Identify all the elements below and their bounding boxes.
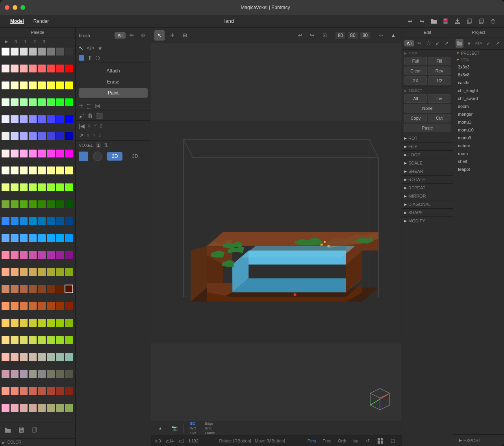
color-cell-13[interactable] (47, 65, 55, 72)
color-cell-74[interactable] (20, 200, 28, 208)
color-cell-90[interactable] (20, 234, 28, 242)
model-menu[interactable]: Model (6, 17, 28, 26)
color-cell-16[interactable] (2, 81, 9, 89)
voxel-arrows[interactable]: ⇅ (104, 142, 108, 148)
color-cell-106[interactable] (20, 268, 28, 276)
project-item-menger[interactable]: menger (453, 110, 504, 118)
project-item-monu1[interactable]: monu1 (453, 118, 504, 126)
edit-tab-expand[interactable]: ↗ (443, 39, 450, 48)
color-cell-53[interactable] (47, 150, 55, 157)
project-item-room[interactable]: room (453, 150, 504, 157)
close-button[interactable] (5, 5, 9, 10)
color-cell-66[interactable] (20, 183, 28, 191)
color-cell-47[interactable] (65, 132, 73, 140)
color-cell-135[interactable] (65, 319, 73, 327)
resize-tool-btn[interactable]: ⊞ (180, 30, 190, 41)
color-cell-10[interactable] (20, 65, 28, 72)
bo-btn[interactable]: BO (188, 421, 198, 426)
color-cell-85[interactable] (47, 217, 55, 225)
color-cell-113[interactable] (11, 285, 19, 293)
viewport[interactable] (151, 43, 402, 421)
color-cell-26[interactable] (20, 98, 28, 106)
project-item-shelf[interactable]: shelf (453, 157, 504, 165)
attach-btn[interactable]: Attach (79, 66, 148, 76)
color-cell-150[interactable] (56, 353, 64, 361)
color-cell-11[interactable] (29, 65, 37, 72)
palette-num-0[interactable]: 0 (12, 39, 20, 44)
cut-sel-btn[interactable]: Cut (428, 114, 450, 122)
color-cell-73[interactable] (11, 200, 19, 208)
color-cell-61[interactable] (47, 167, 55, 174)
color-cell-125[interactable] (47, 302, 55, 310)
color-cell-102[interactable] (56, 251, 64, 259)
color-cell-81[interactable] (11, 217, 19, 225)
color-cell-100[interactable] (38, 251, 46, 259)
project-item-3x3x3[interactable]: 3x3x3 (453, 63, 504, 71)
color-cell-68[interactable] (38, 183, 46, 191)
color-cell-54[interactable] (56, 150, 64, 157)
color-cell-79[interactable] (65, 200, 73, 208)
color-cell-36[interactable] (38, 115, 46, 123)
color-cell-8[interactable] (2, 65, 9, 72)
color-cell-95[interactable] (65, 234, 73, 242)
sw-btn[interactable]: SW (188, 431, 198, 435)
view-iso-btn[interactable]: Iso (351, 438, 360, 444)
color-cell-138[interactable] (20, 336, 28, 344)
color-cell-55[interactable] (65, 150, 73, 157)
color-cell-43[interactable] (29, 132, 37, 140)
delete-button[interactable] (488, 17, 498, 26)
color-cell-92[interactable] (38, 234, 46, 242)
color-cell-96[interactable] (2, 251, 9, 259)
color-cell-133[interactable] (47, 319, 55, 327)
color-cell-60[interactable] (38, 167, 46, 174)
color-cell-88[interactable] (2, 234, 9, 242)
color-cell-86[interactable] (56, 217, 64, 225)
color-cell-87[interactable] (65, 217, 73, 225)
undo-viewport-btn[interactable]: ↩ (295, 30, 306, 41)
color-cell-91[interactable] (29, 234, 37, 242)
color-cell-2[interactable] (20, 48, 28, 56)
color-cell-124[interactable] (38, 302, 46, 310)
color-cell-128[interactable] (2, 319, 9, 327)
color-cell-143[interactable] (65, 336, 73, 344)
project-item-monu9[interactable]: monu9 (453, 134, 504, 142)
color-cell-165[interactable] (47, 387, 55, 395)
color-cell-28[interactable] (38, 98, 46, 106)
color-cell-93[interactable] (47, 234, 55, 242)
none-sel-btn[interactable]: None (404, 104, 450, 113)
undo-button[interactable]: ↩ (406, 17, 415, 26)
brush-star-icon[interactable]: ★ (98, 45, 103, 51)
color-cell-166[interactable] (56, 387, 64, 395)
color-cell-0[interactable] (2, 48, 9, 56)
color-cell-75[interactable] (29, 200, 37, 208)
color-cell-117[interactable] (47, 285, 55, 293)
frame-btn[interactable]: Frame (202, 431, 217, 435)
shear-row[interactable]: ▶ SHEAR (402, 167, 453, 176)
nav-cube[interactable] (366, 385, 394, 413)
color-cell-110[interactable] (56, 268, 64, 276)
project-tab-up[interactable]: ↗ (494, 39, 502, 48)
color-cell-58[interactable] (20, 167, 28, 174)
color-cell-42[interactable] (20, 132, 28, 140)
project-item-nature[interactable]: nature (453, 142, 504, 150)
scale-row[interactable]: ▶ SCALE (402, 159, 453, 167)
color-cell-168[interactable] (2, 404, 9, 412)
color-cell-147[interactable] (29, 353, 37, 361)
color-cell-1[interactable] (11, 48, 19, 56)
copy-file-button[interactable] (465, 17, 474, 26)
color-cell-18[interactable] (20, 81, 28, 89)
color-cell-14[interactable] (56, 65, 64, 72)
color-cell-22[interactable] (56, 81, 64, 89)
project-tab-star[interactable]: ★ (465, 39, 473, 48)
shape-circle-icon[interactable] (93, 152, 102, 161)
color-cell-19[interactable] (29, 81, 37, 89)
color-cell-139[interactable] (29, 336, 37, 344)
edge-btn[interactable]: Edge (202, 421, 217, 426)
edit-tab-all[interactable]: All (404, 40, 414, 46)
color-cell-80[interactable] (2, 217, 9, 225)
color-cell-32[interactable] (2, 115, 9, 123)
color-cell-51[interactable] (29, 150, 37, 157)
color-cell-34[interactable] (20, 115, 28, 123)
camera-up-btn[interactable]: ▲ (155, 423, 165, 433)
color-cell-62[interactable] (56, 167, 64, 174)
